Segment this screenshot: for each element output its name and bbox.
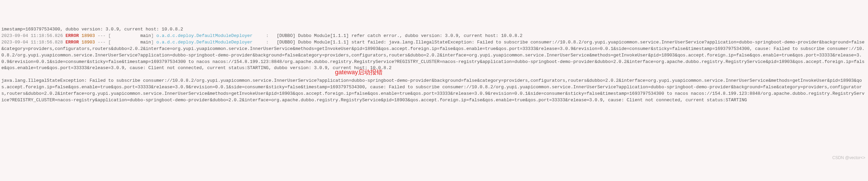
log-level-error: ERROR (65, 40, 79, 45)
logger-name: o.a.d.c.deploy.DefaultModuleDeployer (157, 40, 263, 45)
colon: : (263, 40, 274, 45)
process-id: 18903 (82, 33, 95, 38)
separator: --- [ (95, 33, 111, 38)
blank-line (1, 72, 867, 78)
log-message: [DUBBO] Dubbo Module[1.1.1] refer catch … (274, 33, 523, 38)
process-id: 18903 (82, 40, 95, 45)
log-output: imestamp=1693797534300, dubbo version: 3… (1, 26, 867, 103)
colon: : (263, 33, 274, 38)
user-annotation: gateway启动报错 (335, 68, 383, 77)
timestamp: 2023-09-04 11:18:56.828 (1, 40, 63, 45)
separator: ] (151, 40, 157, 45)
separator: ] (151, 33, 157, 38)
logger-name: o.a.d.c.deploy.DefaultModuleDeployer (157, 33, 263, 38)
thread-name: main (111, 33, 151, 38)
log-line-error-2: 2023-09-04 11:18:56.828 ERROR 18903 --- … (1, 39, 867, 72)
log-continuation: imestamp=1693797534300, dubbo version: 3… (1, 26, 867, 33)
log-level-error: ERROR (65, 33, 79, 38)
thread-name: main (111, 40, 151, 45)
exception-trace: java.lang.IllegalStateException: Failed … (1, 78, 867, 103)
csdn-watermark: CSDN @vector<> (832, 155, 865, 161)
separator: --- [ (95, 40, 111, 45)
log-line-error-1: 2023-09-04 11:18:56.826 ERROR 18903 --- … (1, 33, 867, 39)
timestamp: 2023-09-04 11:18:56.826 (1, 33, 63, 38)
